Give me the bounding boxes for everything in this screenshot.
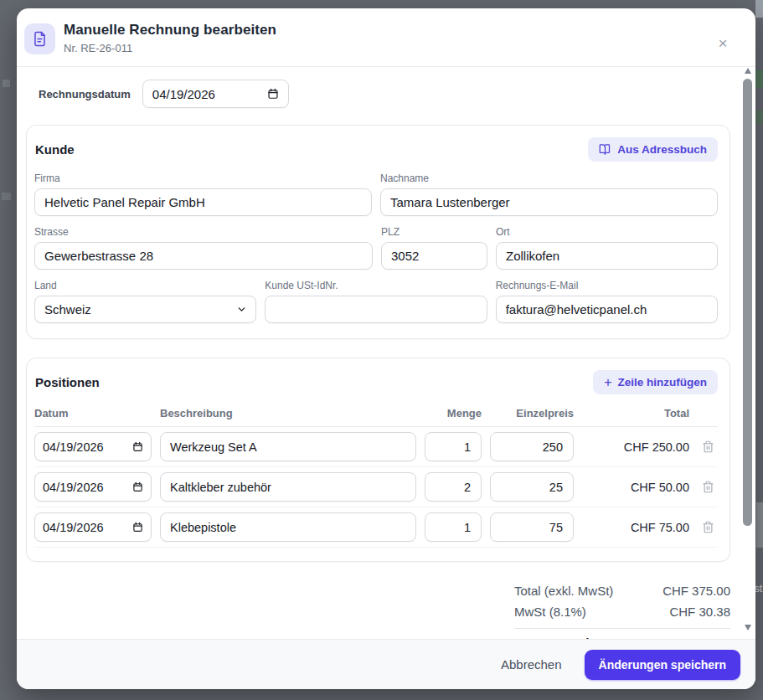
row-date-input[interactable]: 04/19/2026 [34,512,152,542]
subtotal-value: CHF 375.00 [662,584,730,598]
grand-total-value: CHF 405.38 [660,636,730,639]
position-row: 04/19/2026 CHF 50.00 [34,467,718,507]
invoice-date-label: Rechnungsdatum [39,88,131,100]
trash-icon [702,481,714,493]
ust-idnr-field: Kunde USt-IdNr. [265,280,487,323]
land-selected-value: Schweiz [44,302,91,317]
subtotal-label: Total (exkl. MwSt) [514,584,613,598]
address-book-button[interactable]: Aus Adressbuch [588,137,718,162]
col-menge: Menge [425,407,482,419]
strasse-input[interactable] [34,242,373,270]
invoice-date-value: 04/19/2026 [152,87,215,101]
email-input[interactable] [496,296,718,323]
close-button[interactable]: × [714,33,732,52]
edit-invoice-dialog: Manuelle Rechnung bearbeiten Nr. RE-26-0… [17,8,755,689]
ort-input[interactable] [496,242,718,270]
cancel-button[interactable]: Abbrechen [501,657,562,672]
row-description-input[interactable] [160,432,416,461]
row-total-value: CHF 250.00 [582,440,689,454]
firma-field: Firma [34,172,372,216]
delete-row-button[interactable] [698,479,718,495]
dialog-body: Rechnungsdatum 04/19/2026 Kunde [17,67,755,639]
book-open-icon [599,143,611,156]
row-total-value: CHF 50.00 [582,481,689,494]
plus-icon: + [604,378,611,387]
chevron-down-icon [236,304,247,315]
row-date-value: 04/19/2026 [43,521,104,534]
background-text-fragment: st [755,583,762,594]
dialog-footer: Abbrechen Änderungen speichern [17,639,755,689]
nachname-input[interactable] [380,188,718,216]
plz-label: PLZ [381,226,487,238]
row-description-input[interactable] [160,472,416,502]
positions-table-header: Datum Beschreibung Menge Einzelpreis Tot… [34,405,718,427]
delete-row-button[interactable] [698,439,718,455]
background-artifact [2,193,11,200]
col-einzelpreis: Einzelpreis [490,407,574,419]
land-select[interactable]: Schweiz [34,296,256,323]
positions-table-body: 04/19/2026 CHF 250.00 [34,427,718,548]
dialog-title: Manuelle Rechnung bearbeiten [64,22,276,39]
ort-field: Ort [496,226,718,270]
customer-heading: Kunde [35,142,75,157]
vat-label: MwSt (8.1%) [514,605,586,619]
dialog-titles: Manuelle Rechnung bearbeiten Nr. RE-26-0… [64,22,276,54]
land-field: Land Schweiz [34,280,256,323]
firma-input[interactable] [34,188,372,216]
email-label: Rechnungs-E-Mail [496,280,718,291]
col-datum: Datum [34,407,152,419]
row-date-input[interactable]: 04/19/2026 [34,472,152,502]
calendar-icon [132,481,143,492]
row-description-input[interactable] [160,512,416,542]
calendar-icon [132,441,143,452]
firma-label: Firma [34,172,372,184]
invoice-date-row: Rechnungsdatum 04/19/2026 [39,80,730,108]
scrollbar-thumb[interactable] [743,79,752,526]
scrollbar[interactable] [742,68,753,631]
positions-heading: Positionen [35,375,100,389]
row-qty-input[interactable] [425,432,482,461]
plz-field: PLZ [381,226,487,270]
row-total-value: CHF 75.00 [582,521,689,534]
customer-section: Kunde Aus Adressbuch Firma [26,125,730,339]
background-artifact [755,0,763,18]
add-row-button[interactable]: + Zeile hinzufügen [593,370,718,394]
col-total: Total [582,407,689,419]
col-beschreibung: Beschreibung [160,407,416,419]
position-row: 04/19/2026 CHF 75.00 [34,507,718,548]
delete-row-button[interactable] [698,519,718,535]
row-qty-input[interactable] [425,472,482,502]
totals-summary: Total (exkl. MwSt) CHF 375.00 MwSt (8.1%… [514,580,730,639]
row-date-value: 04/19/2026 [43,481,104,494]
dialog-header: Manuelle Rechnung bearbeiten Nr. RE-26-0… [17,8,755,67]
invoice-date-input[interactable]: 04/19/2026 [142,80,289,108]
trash-icon [702,440,714,453]
row-unit-price-input[interactable] [490,432,574,461]
nachname-field: Nachname [380,172,718,216]
positions-section: Positionen + Zeile hinzufügen Datum Besc… [26,358,730,562]
ust-idnr-label: Kunde USt-IdNr. [265,280,487,291]
row-unit-price-input[interactable] [490,472,574,502]
background-artifact [756,502,763,548]
totals-divider [514,628,730,629]
plz-input[interactable] [381,242,487,270]
land-label: Land [34,280,256,291]
row-date-value: 04/19/2026 [43,440,104,454]
vat-value: CHF 30.38 [669,605,730,619]
row-date-input[interactable]: 04/19/2026 [34,432,152,461]
add-row-label: Zeile hinzufügen [618,376,708,389]
save-changes-button[interactable]: Änderungen speichern [585,650,740,680]
ust-idnr-input[interactable] [265,296,487,323]
address-book-label: Aus Adressbuch [617,143,707,156]
row-qty-input[interactable] [425,512,482,542]
background-artifact [755,70,763,88]
scroll-up-arrow-icon[interactable] [745,68,751,74]
row-unit-price-input[interactable] [490,512,574,542]
trash-icon [702,521,714,533]
invoice-document-icon [24,23,55,54]
nachname-label: Nachname [380,172,718,184]
grand-total-label: Gesamttotal [514,636,590,639]
email-field: Rechnungs-E-Mail [496,280,718,323]
scroll-down-arrow-icon[interactable] [745,625,751,631]
ort-label: Ort [496,226,718,238]
